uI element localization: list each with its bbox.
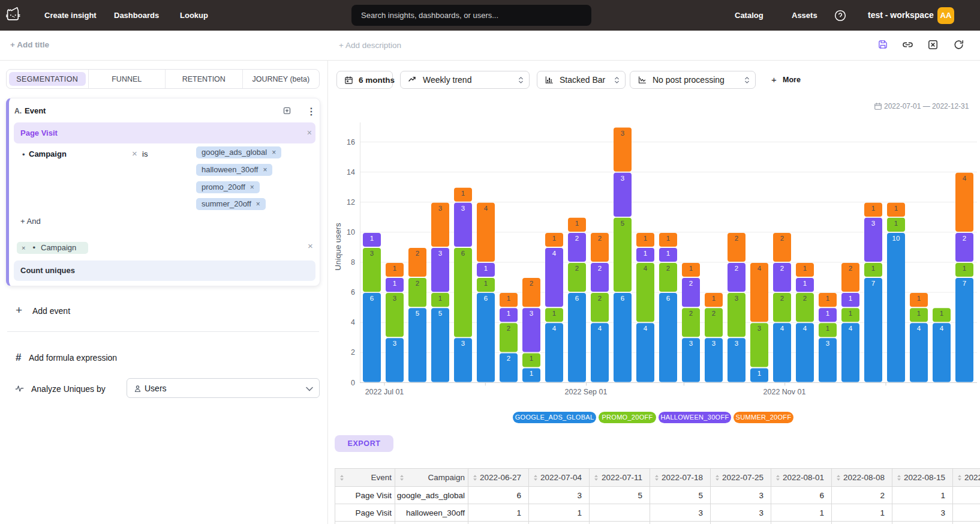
svg-text:1: 1 [552,310,556,317]
svg-text:3: 3 [757,325,761,332]
svg-text:1: 1 [461,190,465,197]
svg-text:1: 1 [530,370,533,377]
svg-text:2: 2 [666,265,670,272]
svg-text:10: 10 [347,228,355,236]
svg-text:4: 4 [484,205,488,212]
svg-text:2: 2 [712,310,716,317]
svg-text:2: 2 [689,310,693,317]
svg-text:3: 3 [826,340,829,347]
svg-text:2: 2 [598,295,602,302]
svg-text:1: 1 [689,265,693,272]
svg-text:4: 4 [598,325,602,332]
svg-text:2: 2 [735,235,738,242]
svg-text:2: 2 [416,280,419,287]
svg-text:1: 1 [507,295,510,302]
svg-text:1: 1 [871,265,875,272]
svg-text:2: 2 [780,265,784,272]
svg-text:6: 6 [575,295,579,302]
svg-text:3: 3 [393,340,396,347]
svg-text:1: 1 [507,310,510,317]
svg-text:1: 1 [484,265,488,272]
svg-text:1: 1 [666,250,670,257]
svg-text:1: 1 [940,310,943,317]
svg-text:3: 3 [712,340,716,347]
svg-text:5: 5 [416,310,419,317]
svg-text:3: 3 [621,175,624,182]
svg-text:6: 6 [370,295,374,302]
svg-text:2: 2 [689,280,693,287]
svg-text:1: 1 [826,295,829,302]
svg-text:5: 5 [438,310,442,317]
svg-text:1: 1 [803,280,807,287]
svg-text:2: 2 [507,325,510,332]
svg-text:2: 2 [780,295,784,302]
svg-text:3: 3 [735,295,738,302]
svg-text:4: 4 [780,325,784,332]
svg-text:1: 1 [484,280,488,287]
svg-text:3: 3 [735,340,738,347]
svg-text:4: 4 [963,175,967,182]
svg-text:1: 1 [757,370,761,377]
svg-text:4: 4 [803,325,807,332]
svg-text:3: 3 [370,250,374,257]
svg-text:1: 1 [849,295,852,302]
svg-text:2: 2 [575,235,579,242]
svg-text:1: 1 [826,325,829,332]
svg-text:1: 1 [917,310,921,317]
svg-text:2: 2 [780,235,784,242]
svg-text:4: 4 [552,250,557,257]
svg-text:4: 4 [351,318,355,327]
svg-text:3: 3 [461,205,465,212]
svg-text:2: 2 [351,348,355,357]
svg-text:6: 6 [351,288,355,297]
svg-text:2: 2 [963,235,966,242]
svg-text:7: 7 [871,280,875,287]
svg-text:4: 4 [757,265,762,272]
svg-text:12: 12 [347,198,355,206]
svg-text:6: 6 [484,295,488,302]
svg-text:3: 3 [871,220,875,227]
svg-text:1: 1 [370,235,374,242]
svg-text:1: 1 [666,235,670,242]
svg-text:4: 4 [552,325,557,332]
svg-text:3: 3 [461,340,465,347]
svg-text:4: 4 [644,325,648,332]
svg-text:4: 4 [940,325,944,332]
svg-text:1: 1 [393,265,396,272]
svg-text:4: 4 [849,325,853,332]
svg-text:1: 1 [894,205,898,212]
svg-text:6: 6 [621,295,624,302]
svg-text:0: 0 [351,379,355,387]
svg-text:7: 7 [963,280,966,287]
svg-text:2022 Nov 01: 2022 Nov 01 [763,388,806,396]
svg-text:3: 3 [438,250,442,257]
svg-text:3: 3 [530,310,533,317]
svg-text:5: 5 [621,220,624,227]
svg-text:1: 1 [530,355,533,362]
svg-text:4: 4 [917,325,921,332]
svg-text:3: 3 [393,295,396,302]
svg-text:1: 1 [644,250,647,257]
svg-text:14: 14 [347,168,355,176]
svg-text:2: 2 [530,280,533,287]
svg-text:1: 1 [393,280,396,287]
svg-text:2: 2 [507,355,510,362]
svg-text:3: 3 [621,130,624,137]
svg-text:1: 1 [712,295,716,302]
svg-text:1: 1 [826,310,829,317]
svg-text:1: 1 [438,295,442,302]
svg-text:1: 1 [644,235,647,242]
svg-text:1: 1 [871,205,875,212]
svg-text:3: 3 [438,205,442,212]
svg-text:6: 6 [666,295,670,302]
svg-text:1: 1 [894,220,898,227]
svg-text:4: 4 [644,265,648,272]
svg-text:6: 6 [461,250,465,257]
svg-text:2: 2 [803,295,807,302]
svg-text:2: 2 [849,265,852,272]
svg-text:1: 1 [917,295,921,302]
svg-text:1: 1 [575,220,579,227]
svg-text:2022 Sep 01: 2022 Sep 01 [565,388,608,396]
svg-text:1: 1 [849,310,852,317]
svg-text:2022 Jul 01: 2022 Jul 01 [365,388,404,396]
